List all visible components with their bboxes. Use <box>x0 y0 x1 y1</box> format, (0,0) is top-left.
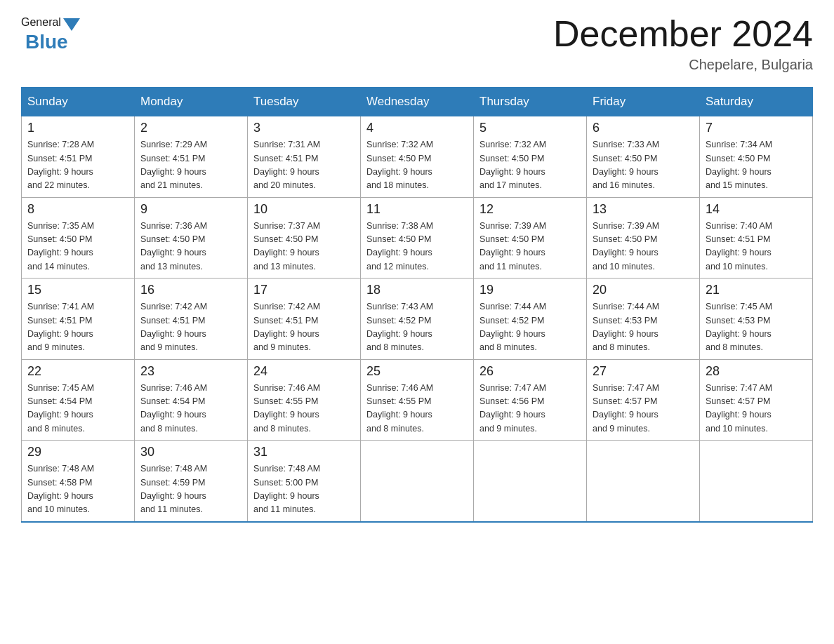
day-info-line: and 11 minutes. <box>253 504 316 514</box>
day-info-line: and 8 minutes. <box>593 342 650 352</box>
day-info-line: Sunset: 4:54 PM <box>27 396 92 406</box>
day-number: 12 <box>479 202 581 217</box>
calendar-cell: 6Sunrise: 7:33 AMSunset: 4:50 PMDaylight… <box>587 116 700 198</box>
calendar-table: SundayMondayTuesdayWednesdayThursdayFrid… <box>21 87 813 523</box>
calendar-cell <box>361 441 474 522</box>
day-info-line: Daylight: 9 hours <box>140 329 206 339</box>
day-info-line: Sunrise: 7:44 AM <box>593 302 659 311</box>
day-info-line: Daylight: 9 hours <box>706 167 772 177</box>
header-day-monday: Monday <box>135 88 248 116</box>
day-info-line: Sunrise: 7:48 AM <box>140 464 207 474</box>
day-info: Sunrise: 7:47 AMSunset: 4:57 PMDaylight:… <box>593 382 694 436</box>
day-info-line: Daylight: 9 hours <box>27 167 93 177</box>
calendar-cell: 7Sunrise: 7:34 AMSunset: 4:50 PMDaylight… <box>700 116 813 198</box>
day-info: Sunrise: 7:47 AMSunset: 4:57 PMDaylight:… <box>706 382 807 436</box>
day-info-line: Sunrise: 7:47 AM <box>479 383 546 393</box>
calendar-cell: 2Sunrise: 7:29 AMSunset: 4:51 PMDaylight… <box>135 116 248 198</box>
day-info-line: Sunrise: 7:32 AM <box>479 140 546 149</box>
calendar-cell: 16Sunrise: 7:42 AMSunset: 4:51 PMDayligh… <box>135 279 248 360</box>
day-info-line: Daylight: 9 hours <box>706 329 772 339</box>
day-info-line: Sunset: 4:57 PM <box>706 396 770 406</box>
day-info-line: Daylight: 9 hours <box>140 410 206 420</box>
day-info-line: Sunrise: 7:31 AM <box>253 140 320 149</box>
day-info-line: and 8 minutes. <box>366 424 424 434</box>
calendar-header: SundayMondayTuesdayWednesdayThursdayFrid… <box>22 88 813 116</box>
day-info-line: Sunrise: 7:40 AM <box>706 221 772 231</box>
day-number: 21 <box>706 283 807 297</box>
day-info: Sunrise: 7:45 AMSunset: 4:54 PMDaylight:… <box>27 382 128 436</box>
day-number: 19 <box>479 283 581 297</box>
day-info-line: Sunrise: 7:44 AM <box>479 302 546 311</box>
day-info: Sunrise: 7:42 AMSunset: 4:51 PMDaylight:… <box>140 300 241 355</box>
calendar-cell: 31Sunrise: 7:48 AMSunset: 5:00 PMDayligh… <box>248 441 361 522</box>
day-info-line: Sunrise: 7:46 AM <box>366 383 433 393</box>
logo-blue-text: Blue <box>25 31 68 53</box>
day-info-line: Sunset: 4:53 PM <box>593 316 657 326</box>
day-info-line: Daylight: 9 hours <box>479 410 545 420</box>
day-number: 1 <box>27 121 128 135</box>
day-info-line: and 13 minutes. <box>253 262 316 271</box>
day-info-line: and 18 minutes. <box>366 180 429 190</box>
day-info-line: Daylight: 9 hours <box>366 167 432 177</box>
day-info: Sunrise: 7:47 AMSunset: 4:56 PMDaylight:… <box>479 382 581 436</box>
calendar-cell: 27Sunrise: 7:47 AMSunset: 4:57 PMDayligh… <box>587 359 700 441</box>
day-info: Sunrise: 7:38 AMSunset: 4:50 PMDaylight:… <box>366 220 468 274</box>
day-info-line: Daylight: 9 hours <box>140 491 206 501</box>
day-info-line: and 9 minutes. <box>253 342 311 352</box>
day-number: 27 <box>593 364 694 379</box>
calendar-cell: 23Sunrise: 7:46 AMSunset: 4:54 PMDayligh… <box>135 359 248 441</box>
day-info-line: and 10 minutes. <box>706 262 768 271</box>
day-info-line: Sunrise: 7:42 AM <box>140 302 207 311</box>
day-info-line: and 8 minutes. <box>27 424 85 434</box>
day-number: 14 <box>706 202 807 217</box>
day-info: Sunrise: 7:29 AMSunset: 4:51 PMDaylight:… <box>140 138 241 193</box>
day-info-line: Daylight: 9 hours <box>253 491 319 501</box>
calendar-cell: 22Sunrise: 7:45 AMSunset: 4:54 PMDayligh… <box>22 359 135 441</box>
day-info-line: and 11 minutes. <box>140 504 203 514</box>
day-number: 28 <box>706 364 807 379</box>
calendar-cell: 19Sunrise: 7:44 AMSunset: 4:52 PMDayligh… <box>474 279 587 360</box>
calendar-cell: 8Sunrise: 7:35 AMSunset: 4:50 PMDaylight… <box>22 197 135 279</box>
day-number: 23 <box>140 364 241 379</box>
day-number: 11 <box>366 202 468 217</box>
day-info: Sunrise: 7:48 AMSunset: 4:58 PMDaylight:… <box>27 462 128 517</box>
day-info-line: Sunset: 4:51 PM <box>27 154 92 163</box>
logo-general-text: General <box>21 16 61 29</box>
day-number: 30 <box>140 445 241 459</box>
day-info: Sunrise: 7:39 AMSunset: 4:50 PMDaylight:… <box>593 220 694 274</box>
day-info-line: Daylight: 9 hours <box>253 410 319 420</box>
day-info-line: Sunset: 4:56 PM <box>479 396 544 406</box>
calendar-cell: 4Sunrise: 7:32 AMSunset: 4:50 PMDaylight… <box>361 116 474 198</box>
day-info-line: and 8 minutes. <box>140 424 198 434</box>
day-number: 29 <box>27 445 128 459</box>
day-info: Sunrise: 7:46 AMSunset: 4:55 PMDaylight:… <box>366 382 468 436</box>
day-number: 10 <box>253 202 355 217</box>
day-info-line: Sunrise: 7:48 AM <box>27 464 94 474</box>
calendar-cell: 1Sunrise: 7:28 AMSunset: 4:51 PMDaylight… <box>22 116 135 198</box>
day-info: Sunrise: 7:35 AMSunset: 4:50 PMDaylight:… <box>27 220 128 274</box>
day-info-line: Daylight: 9 hours <box>593 329 658 339</box>
day-info: Sunrise: 7:39 AMSunset: 4:50 PMDaylight:… <box>479 220 581 274</box>
day-info-line: Sunrise: 7:33 AM <box>593 140 659 149</box>
day-number: 24 <box>253 364 355 379</box>
day-number: 9 <box>140 202 241 217</box>
day-info-line: Daylight: 9 hours <box>253 167 319 177</box>
day-info-line: Sunrise: 7:28 AM <box>27 140 94 149</box>
calendar-cell: 13Sunrise: 7:39 AMSunset: 4:50 PMDayligh… <box>587 197 700 279</box>
day-number: 16 <box>140 283 241 297</box>
day-info: Sunrise: 7:48 AMSunset: 5:00 PMDaylight:… <box>253 462 355 517</box>
day-info: Sunrise: 7:36 AMSunset: 4:50 PMDaylight:… <box>140 220 241 274</box>
day-info-line: and 8 minutes. <box>706 342 763 352</box>
day-info-line: Sunrise: 7:45 AM <box>706 302 772 311</box>
day-info-line: Sunset: 4:57 PM <box>593 396 657 406</box>
day-info: Sunrise: 7:42 AMSunset: 4:51 PMDaylight:… <box>253 300 355 355</box>
calendar-cell: 14Sunrise: 7:40 AMSunset: 4:51 PMDayligh… <box>700 197 813 279</box>
day-info: Sunrise: 7:37 AMSunset: 4:50 PMDaylight:… <box>253 220 355 274</box>
day-info-line: and 16 minutes. <box>593 180 655 190</box>
day-number: 17 <box>253 283 355 297</box>
day-info-line: and 14 minutes. <box>27 262 90 271</box>
day-info-line: Sunset: 4:50 PM <box>479 234 544 244</box>
header-row: SundayMondayTuesdayWednesdayThursdayFrid… <box>22 88 813 116</box>
day-info-line: Daylight: 9 hours <box>27 410 93 420</box>
day-info: Sunrise: 7:41 AMSunset: 4:51 PMDaylight:… <box>27 300 128 355</box>
